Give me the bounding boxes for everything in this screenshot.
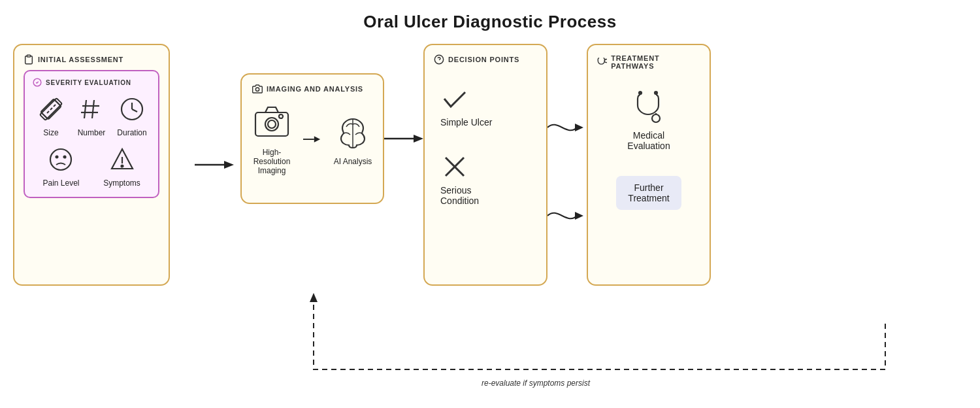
arrow-serious-to-further <box>547 199 587 232</box>
stethoscope-icon <box>631 90 666 125</box>
number-label: Number <box>78 128 106 137</box>
arrow-imaging-internal <box>303 131 321 147</box>
clock-icon <box>116 94 148 125</box>
svg-point-40 <box>639 92 642 94</box>
arrow-initial-to-imaging <box>195 152 234 178</box>
svg-line-7 <box>84 100 86 118</box>
svg-rect-0 <box>27 55 30 57</box>
severity-card: SEVERITY EVALUATION Size <box>24 70 159 198</box>
svg-line-8 <box>92 100 94 118</box>
svg-point-15 <box>56 156 58 158</box>
svg-line-5 <box>54 105 56 107</box>
arrow-imaging-to-decision <box>384 126 423 152</box>
imaging-label: IMAGING AND ANALYSIS <box>252 84 372 94</box>
svg-marker-42 <box>310 293 318 302</box>
decision-to-treatment-arrows <box>547 44 587 286</box>
decision-card: DECISION POINTS Simple Ulcer SeriousCond… <box>423 44 547 286</box>
high-res-label: High-ResolutionImaging <box>253 148 291 175</box>
pain-label: Pain Level <box>42 178 79 188</box>
svg-point-14 <box>50 149 71 170</box>
svg-point-24 <box>268 120 276 128</box>
svg-marker-34 <box>575 124 583 131</box>
question-circle-icon <box>434 54 444 65</box>
medical-evaluation-item: MedicalEvaluation <box>627 90 670 151</box>
svg-marker-20 <box>224 161 234 169</box>
check-circle-icon <box>33 78 42 87</box>
severity-bottom-row: Pain Level Symptoms <box>33 144 150 188</box>
svg-line-13 <box>132 109 137 112</box>
svg-marker-29 <box>414 135 423 143</box>
svg-line-4 <box>50 108 52 110</box>
treatment-card: TREATMENT PATHWAYS MedicalEvaluation <box>587 44 711 286</box>
svg-point-18 <box>121 165 123 167</box>
ruler-icon <box>35 94 67 125</box>
camera-icon-label <box>252 84 263 94</box>
brain-icon <box>333 112 372 152</box>
arrow-simple-to-medical <box>547 111 587 144</box>
size-label: Size <box>43 128 58 137</box>
further-treatment-box: FurtherTreatment <box>616 176 681 210</box>
feedback-label: re-evaluate if symptoms persist <box>482 379 591 388</box>
severity-label: SEVERITY EVALUATION <box>33 78 150 87</box>
svg-point-36 <box>652 114 660 122</box>
warning-icon <box>106 144 138 175</box>
imaging-card: IMAGING AND ANALYSIS High-ResolutionImag… <box>240 73 384 204</box>
imaging-row: High-ResolutionImaging AI Analysis <box>252 103 372 175</box>
svg-marker-35 <box>575 212 583 220</box>
svg-point-21 <box>255 88 259 91</box>
high-res-imaging-item: High-ResolutionImaging <box>252 103 291 175</box>
symptoms-item: Symptoms <box>103 144 140 188</box>
ai-analysis-label: AI Analysis <box>334 157 372 166</box>
simple-ulcer-label: Simple Ulcer <box>440 117 492 128</box>
hash-icon <box>76 94 107 125</box>
treatment-label: TREATMENT PATHWAYS <box>597 54 700 70</box>
medical-evaluation-label: MedicalEvaluation <box>627 130 670 151</box>
stethoscope-icon-label <box>597 57 607 67</box>
serious-condition-item: SeriousCondition <box>440 152 479 206</box>
svg-point-25 <box>279 114 283 118</box>
initial-assessment-card: INITIAL ASSESSMENT SEVERITY EVALUATION <box>13 44 170 286</box>
symptoms-label: Symptoms <box>103 178 140 188</box>
pain-item: Pain Level <box>42 144 79 188</box>
size-item: Size <box>35 94 67 137</box>
decision-items: Simple Ulcer SeriousCondition <box>434 84 537 206</box>
further-treatment-item: FurtherTreatment <box>616 176 681 210</box>
severity-top-row: Size Number <box>33 94 150 137</box>
further-treatment-label: FurtherTreatment <box>628 182 669 203</box>
duration-item: Duration <box>116 94 148 137</box>
clipboard-icon <box>24 54 34 65</box>
decision-label: DECISION POINTS <box>434 54 537 65</box>
svg-point-16 <box>64 156 66 158</box>
number-item: Number <box>76 94 107 137</box>
diagram-area: INITIAL ASSESSMENT SEVERITY EVALUATION <box>13 44 967 286</box>
initial-assessment-label: INITIAL ASSESSMENT <box>24 54 159 65</box>
serious-condition-label: SeriousCondition <box>440 185 479 206</box>
check-symbol <box>440 84 469 113</box>
ai-analysis-item: AI Analysis <box>333 112 372 166</box>
page-title: Oral Ulcer Diagnostic Process <box>363 12 616 32</box>
treatment-items: MedicalEvaluation FurtherTreatment <box>597 90 700 210</box>
duration-label: Duration <box>117 128 146 137</box>
x-symbol <box>440 152 469 181</box>
sad-face-icon <box>45 144 76 175</box>
svg-marker-27 <box>314 136 320 142</box>
svg-point-41 <box>655 92 657 94</box>
camera-icon <box>252 103 291 143</box>
svg-line-3 <box>47 111 49 113</box>
simple-ulcer-item: Simple Ulcer <box>440 84 492 128</box>
